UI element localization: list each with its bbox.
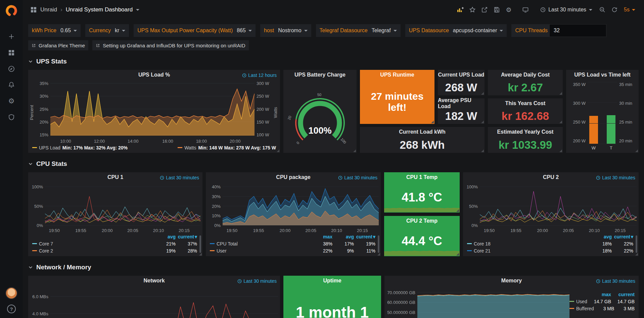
legend-scrollbar[interactable] [636,235,637,253]
sidebar-item-profile[interactable] [5,287,17,299]
legend-row[interactable]: Core 21 18% 22% [467,247,633,254]
legend-col-current[interactable]: current [611,292,635,297]
legend-col-max[interactable]: max [311,234,332,239]
legend-scrollbar[interactable] [199,235,201,253]
variable-value[interactable]: 0.65 [58,28,81,34]
panel-resize-handle[interactable] [353,149,356,152]
panel-title[interactable]: Average Daily Cost [488,70,563,80]
legend-col-current[interactable]: current▾ [354,234,375,239]
panel-resize-handle[interactable] [456,209,459,212]
legend-scrollbar[interactable] [378,235,379,253]
legend-row[interactable]: Core 7 21% 37% [32,240,197,247]
variable-currency[interactable]: Currency kr [85,24,129,37]
panel-resize-handle[interactable] [456,253,459,256]
panel-resize-handle[interactable] [377,253,380,256]
time-range-picker[interactable]: Last 30 minutes [537,4,596,15]
refresh-interval-label: 5s [624,7,630,13]
axis-tick: 19:50 [49,228,60,233]
panel-resize-handle[interactable] [559,92,562,95]
legend-row[interactable]: CPU Total 38% 17% 19% [210,240,375,247]
star-dashboard-button[interactable] [467,4,478,15]
link-grafana-plex-theme[interactable]: Grafana Plex Theme [28,40,88,50]
chart-plot[interactable] [50,286,278,318]
panel-resize-handle[interactable] [559,121,562,123]
variable-cpu-threads[interactable]: CPU Threads [511,24,606,37]
share-dashboard-button[interactable] [479,4,490,15]
sidebar-item-configuration[interactable]: ⚙ [5,96,18,106]
panel-resize-handle[interactable] [277,149,279,152]
legend-row[interactable]: Used 14.7 GB 14.7 GB [569,298,635,305]
panel-title[interactable]: Current UPS Load [438,70,485,80]
panel-resize-handle[interactable] [481,121,484,123]
legend-col-max[interactable]: max [588,292,611,297]
dashboard-title[interactable]: Unraid System Dashboard [66,6,133,13]
panel-title[interactable]: Uptime [283,276,381,286]
variable-value[interactable]: apcupsd-container [451,28,507,34]
add-panel-button[interactable] [455,4,466,15]
panel-title[interactable]: UPS Load vs Time left [566,70,639,80]
refresh-button[interactable] [609,4,620,15]
legend-row[interactable]: Core 18 18% 22% [467,240,633,247]
panel-title[interactable]: UPS Battery Charge [283,70,357,80]
variable-kwh-price[interactable]: kWh Price 0.65 [28,24,81,37]
legend-col-avg[interactable]: avg [332,234,354,239]
variable-value[interactable]: kr [112,28,129,34]
grafana-logo[interactable] [5,4,18,17]
legend-row[interactable]: Core 2 19% 28% [32,247,197,254]
legend-col-current[interactable]: current▾ [176,234,197,239]
save-dashboard-button[interactable] [491,4,502,15]
chart-plot[interactable] [417,286,569,318]
panel-resize-handle[interactable] [635,149,638,152]
variable-value[interactable]: 865 [234,28,256,34]
legend-series-watts[interactable]: Watts Min: 148 W Max: 278 W Avg: 175 W [178,145,276,150]
zoom-out-button[interactable] [597,4,608,15]
panel-title[interactable]: Average PSU Load [438,98,485,108]
legend-col-avg[interactable]: avg [154,234,176,239]
sidebar-item-server-admin[interactable] [5,112,18,122]
chart-plot[interactable] [480,183,637,227]
panel-resize-handle[interactable] [635,253,638,256]
panel-resize-handle[interactable] [481,149,484,152]
variable-telegraf-datasource[interactable]: Telegraf Datasource Telegraf [316,24,401,37]
cpu-threads-input[interactable] [549,24,606,37]
variable-value[interactable]: Telegraf [369,28,401,34]
variable-ups-max-power[interactable]: UPS Max Output Power Capacity (Watt) 865 [134,24,256,37]
refresh-interval-picker[interactable]: 5s [621,4,638,15]
panel-title[interactable]: UPS Runtime [360,70,434,80]
cycle-view-button[interactable] [520,4,531,15]
variable-value[interactable]: Nostromo [276,28,311,34]
legend-series-ups-load[interactable]: UPS Load Min: 17% Max: 32% Avg: 20% [32,145,128,150]
battery-gauge: 0 20 50 100 100% [283,80,357,153]
link-ups-monitoring-guide[interactable]: Setting up Grafana and InfluxDB for UPS … [92,40,248,50]
panel-title[interactable]: Current Load kWh [360,127,485,137]
panel-title[interactable]: Estimated Yearly Cost [488,127,563,137]
sidebar-item-help[interactable]: ? [7,305,16,313]
sidebar-item-create[interactable] [5,32,18,42]
dashboard-settings-button[interactable]: ⚙ [503,4,514,15]
panel-title[interactable]: CPU 1 Temp [384,172,460,182]
row-toggle-cpu-stats[interactable]: CPU Stats [28,160,639,168]
legend-row[interactable]: User 22% 9% 11% [210,247,375,254]
panel-title[interactable]: This Years Cost [488,98,563,108]
sidebar-item-alerting[interactable] [5,80,18,90]
series-color-dash [178,147,182,148]
panel-resize-handle[interactable] [559,149,562,152]
breadcrumb-folder[interactable]: Unraid [40,6,57,13]
sidebar-item-dashboards[interactable] [5,48,18,58]
legend-row[interactable]: Buffered 3 MB 3 MB [569,305,635,312]
panel-resize-handle[interactable] [199,253,202,256]
panel-resize-handle[interactable] [431,121,434,123]
row-toggle-network-memory[interactable]: Network / Memory [28,263,639,272]
legend-col-avg[interactable]: avg [590,234,612,239]
sidebar-item-explore[interactable] [5,64,18,74]
chart-plot[interactable] [223,183,379,227]
variable-ups-datasource[interactable]: UPS Datasource apcupsd-container [405,24,507,37]
row-toggle-ups-stats[interactable]: UPS Stats [28,57,639,66]
dashboard-caret-icon[interactable] [136,9,139,11]
legend-col-current[interactable]: current▾ [612,234,633,239]
panel-resize-handle[interactable] [481,92,484,95]
chart-plot[interactable] [50,81,255,137]
chart-plot[interactable] [45,183,200,227]
panel-title[interactable]: CPU 2 Temp [384,216,460,226]
variable-host[interactable]: host Nostromo [260,24,311,37]
